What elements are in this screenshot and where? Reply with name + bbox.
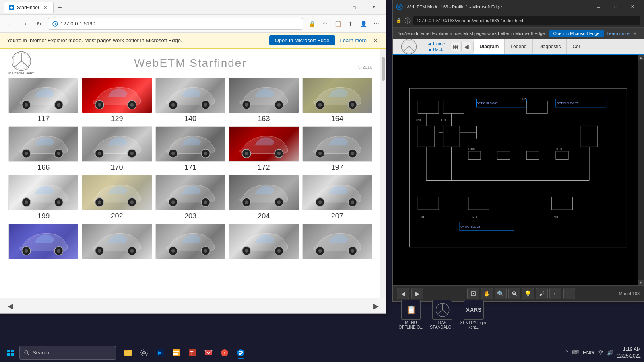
svg-line-152 [28, 354, 29, 355]
etm-zoom-in-tool[interactable]: 🔍 [495, 288, 507, 299]
profile-icon[interactable]: 👤 [358, 18, 369, 29]
etm-tab-diagram[interactable]: Diagram [474, 39, 505, 54]
etm-tab-cor[interactable]: Cor [567, 39, 586, 54]
etm-banner-close-btn[interactable]: ✕ [633, 31, 637, 37]
tray-volume[interactable]: 🔊 [607, 350, 613, 356]
taskbar-file-manager[interactable] [169, 346, 184, 360]
taskbar-powershell[interactable]: ▶ [153, 346, 167, 360]
share-icon[interactable]: ⬆ [345, 18, 356, 29]
car-item-row4[interactable] [8, 224, 78, 261]
etm-learn-more-link[interactable]: Learn more [607, 31, 630, 36]
taskbar-file-explorer[interactable] [121, 346, 135, 360]
security-icon[interactable]: 🔒 [306, 18, 318, 29]
maximize-btn[interactable]: □ [345, 2, 363, 13]
car-item-170[interactable]: 170 [82, 126, 152, 172]
taskbar-search[interactable]: Search [19, 346, 116, 360]
etm-maximize-btn[interactable]: □ [607, 2, 623, 12]
minimize-btn[interactable]: – [326, 2, 344, 13]
car-item-117[interactable]: 117 [8, 78, 78, 123]
favorites-icon[interactable]: ☆ [319, 18, 330, 29]
car-item-row4[interactable] [155, 224, 225, 261]
more-icon[interactable]: ⋯ [371, 18, 382, 29]
tray-lang[interactable]: ENG [583, 350, 594, 356]
etm-close-btn[interactable]: ✕ [624, 2, 640, 12]
car-image-117 [8, 78, 78, 113]
etm-favicon [396, 4, 402, 10]
learn-more-link[interactable]: Learn more [340, 37, 367, 43]
taskbar-media[interactable]: ♪ [217, 346, 232, 360]
car-image-163 [229, 78, 299, 113]
tray-wifi[interactable] [597, 349, 604, 356]
svg-line-96 [403, 47, 409, 51]
car-item-172[interactable]: 172 [229, 126, 299, 172]
das-standalone-icon[interactable]: DAS STANDALО... [428, 300, 456, 329]
player-back-btn[interactable]: ⏮ [451, 42, 460, 51]
player-prev-btn[interactable]: ◀ [461, 42, 471, 51]
car-item-row4[interactable] [82, 224, 152, 261]
etm-next-btn[interactable]: → [563, 288, 575, 299]
car-item-129[interactable]: 129 [82, 78, 152, 123]
etm-url-input[interactable]: 127.0.0.1:5190/163/webetm/webetm/163/d1i… [413, 16, 640, 25]
car-item-140[interactable]: 140 [155, 78, 225, 123]
scroll-thumb[interactable] [382, 57, 385, 81]
mb-logo-text: Mercedes-Benz [8, 71, 34, 75]
car-image-166 [8, 126, 78, 162]
taskbar-edge[interactable] [233, 346, 248, 360]
nav-left-arrow[interactable]: ◀ [4, 300, 17, 312]
etm-scroll-down-btn[interactable]: ▼ [638, 280, 644, 285]
etm-open-edge-btn[interactable]: Open in Microsoft Edge [549, 30, 604, 37]
car-item-row4[interactable] [229, 224, 299, 261]
etm-tab-diagnostic[interactable]: Diagnostic [533, 39, 567, 54]
car-item-199[interactable]: 199 [8, 175, 78, 220]
svg-point-66 [318, 200, 322, 204]
svg-point-68 [351, 200, 354, 204]
ie-banner-close-btn[interactable]: ✕ [372, 37, 380, 45]
content-inner: Mercedes-Benz WebETM Starfinder © 2016 1… [0, 49, 380, 298]
forward-btn[interactable]: → [19, 18, 30, 29]
address-input[interactable]: 127.0.0.1:5190 [48, 18, 303, 30]
car-item-164[interactable]: 164 [302, 78, 372, 123]
car-item-204[interactable]: 204 [229, 175, 299, 220]
svg-rect-147 [7, 350, 10, 352]
svg-point-24 [277, 103, 281, 107]
taskbar-settings[interactable] [137, 346, 151, 360]
etm-diagram-area[interactable]: OPTIC SLC-287 OPTIC SLC-287 L60 LU4 N3 [393, 55, 644, 285]
etm-home-link[interactable]: ◀ Home [428, 41, 445, 46]
tray-keyboard[interactable]: ⌨ [572, 350, 580, 356]
start-button[interactable] [3, 346, 18, 360]
new-tab-button[interactable]: + [55, 3, 65, 12]
refresh-btn[interactable]: ↻ [33, 18, 45, 29]
scrollbar-right[interactable] [380, 49, 386, 298]
etm-paint-tool[interactable]: 🖌 [536, 288, 548, 299]
car-item-197[interactable]: 197 [302, 126, 372, 172]
tray-up-arrow[interactable]: ⌃ [564, 350, 569, 356]
open-in-edge-button[interactable]: Open in Microsoft Edge [269, 35, 335, 45]
browser-tab-starfinder[interactable]: StarFinder ✕ [4, 2, 54, 13]
tray-time-date[interactable]: 1:19 AM 12/25/2022 [617, 346, 641, 360]
etm-minimize-btn[interactable]: – [590, 2, 607, 12]
etm-back-link[interactable]: ◀ Back [428, 47, 445, 52]
svg-text:OPTIC SLC-287: OPTIC SLC-287 [477, 101, 498, 105]
etm-highlight-tool[interactable]: 💡 [522, 288, 534, 299]
car-item-207[interactable]: 207 [302, 175, 372, 220]
car-item-row4[interactable] [302, 224, 372, 261]
taskbar-task-manager[interactable]: T [185, 346, 200, 360]
car-item-171[interactable]: 171 [155, 126, 225, 172]
etm-zoom-out-tool[interactable] [508, 288, 520, 299]
menu-offline-icon[interactable]: 📋 MENU OFFLINE O... [397, 300, 425, 329]
taskbar-mail[interactable] [201, 346, 216, 360]
car-item-166[interactable]: 166 [8, 126, 78, 172]
tab-close-btn[interactable]: ✕ [42, 4, 48, 11]
car-item-202[interactable]: 202 [82, 175, 152, 220]
back-btn[interactable]: ← [4, 18, 16, 29]
etm-scroll-up-btn[interactable]: ▲ [638, 55, 644, 60]
car-item-163[interactable]: 163 [229, 78, 299, 123]
nav-right-arrow[interactable]: ▶ [370, 300, 382, 312]
etm-scrollbar-right[interactable]: ▲ ▼ [638, 55, 644, 285]
etm-tab-legend[interactable]: Legend [505, 39, 533, 54]
car-item-203[interactable]: 203 [155, 175, 225, 220]
etm-prev-btn[interactable]: ← [549, 288, 561, 299]
close-btn[interactable]: ✕ [364, 2, 383, 13]
xentry-login-icon[interactable]: XARS XENTRY login-xent... [460, 300, 488, 329]
collections-icon[interactable]: 📋 [332, 18, 343, 29]
